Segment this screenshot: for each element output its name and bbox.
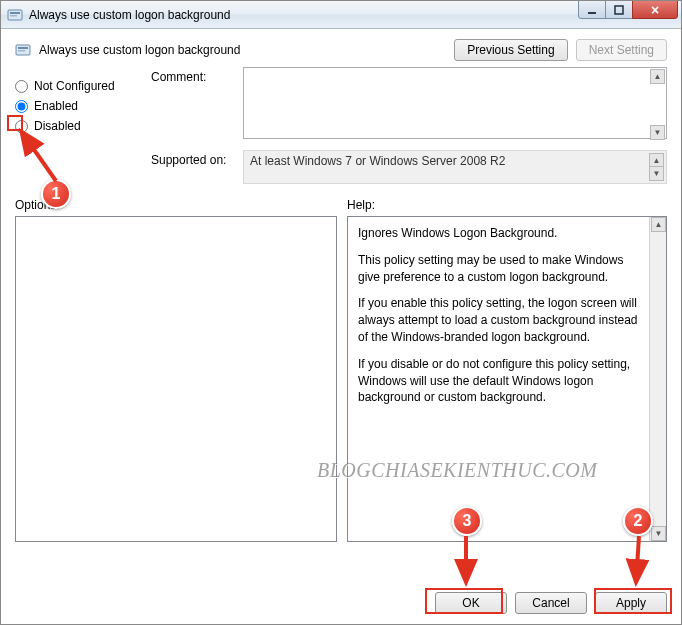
next-setting-button: Next Setting: [576, 39, 667, 61]
watermark: BLOGCHIASEKIENTHUC.COM: [317, 459, 597, 482]
scroll-up-icon[interactable]: ▲: [651, 217, 666, 232]
svg-rect-7: [18, 50, 25, 52]
radio-disabled[interactable]: Disabled: [15, 119, 151, 133]
help-text: If you enable this policy setting, the l…: [358, 295, 644, 345]
cancel-button[interactable]: Cancel: [515, 592, 587, 614]
radio-not-configured-input[interactable]: [15, 80, 28, 93]
previous-setting-button[interactable]: Previous Setting: [454, 39, 567, 61]
page-heading: Always use custom logon background: [39, 43, 240, 57]
scroll-up-icon[interactable]: ▲: [650, 69, 665, 84]
dialog-buttons: OK Cancel Apply: [435, 592, 667, 614]
help-label: Help:: [347, 198, 667, 212]
svg-rect-4: [615, 6, 623, 14]
policy-icon: [15, 42, 31, 58]
close-button[interactable]: ×: [632, 0, 678, 19]
radio-enabled[interactable]: Enabled: [15, 99, 151, 113]
supported-on-value: At least Windows 7 or Windows Server 200…: [243, 150, 667, 184]
help-text: If you disable or do not configure this …: [358, 356, 644, 406]
window-controls: ×: [579, 0, 678, 19]
scroll-down-icon[interactable]: ▼: [651, 526, 666, 541]
radio-not-configured[interactable]: Not Configured: [15, 79, 151, 93]
maximize-button[interactable]: [605, 0, 633, 19]
help-scrollbar[interactable]: ▲ ▼: [649, 217, 666, 541]
panes: Ignores Windows Logon Background. This p…: [1, 216, 681, 542]
help-text: This policy setting may be used to make …: [358, 252, 644, 286]
options-pane: [15, 216, 337, 542]
svg-rect-3: [588, 12, 596, 14]
help-text: Ignores Windows Logon Background.: [358, 225, 644, 242]
minimize-button[interactable]: [578, 0, 606, 19]
apply-button[interactable]: Apply: [595, 592, 667, 614]
ok-button[interactable]: OK: [435, 592, 507, 614]
config-area: Not Configured Enabled Disabled Comment:…: [1, 67, 681, 198]
radio-enabled-label: Enabled: [34, 99, 78, 113]
radio-not-configured-label: Not Configured: [34, 79, 115, 93]
svg-rect-2: [10, 15, 17, 17]
supported-label: Supported on:: [151, 150, 243, 184]
window-title: Always use custom logon background: [29, 8, 230, 22]
comment-label: Comment:: [151, 67, 243, 142]
radio-disabled-label: Disabled: [34, 119, 81, 133]
scroll-down-icon[interactable]: ▼: [650, 125, 665, 140]
titlebar: Always use custom logon background ×: [1, 1, 681, 29]
svg-rect-1: [10, 12, 20, 14]
comment-input[interactable]: [243, 67, 667, 139]
options-label: Options:: [15, 198, 347, 212]
header-row: Always use custom logon background Previ…: [1, 29, 681, 67]
svg-rect-6: [18, 47, 28, 49]
radio-disabled-input[interactable]: [15, 120, 28, 133]
radio-enabled-input[interactable]: [15, 100, 28, 113]
supported-on-text: At least Windows 7 or Windows Server 200…: [250, 154, 505, 168]
state-radios: Not Configured Enabled Disabled: [15, 67, 151, 192]
help-pane: Ignores Windows Logon Background. This p…: [347, 216, 667, 542]
policy-icon: [7, 7, 23, 23]
pane-labels: Options: Help:: [1, 198, 681, 216]
scroll-down-icon[interactable]: ▼: [649, 166, 664, 181]
